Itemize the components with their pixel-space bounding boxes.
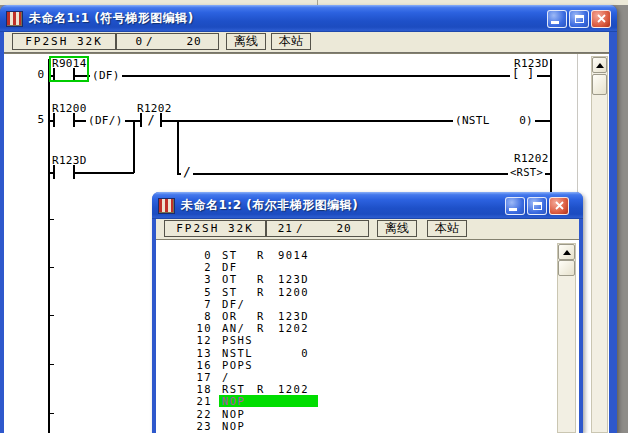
station-indicator: 本站 — [427, 220, 467, 237]
instruction-reg: R — [257, 383, 265, 395]
instruction-val: 1202 — [266, 322, 309, 334]
rung-tick — [48, 315, 54, 316]
instruction-row[interactable]: 10AN/R1202 — [156, 322, 536, 334]
scrollbar-up-button[interactable] — [558, 244, 575, 260]
instruction-op: DF — [222, 261, 237, 273]
instruction-row[interactable]: 0STR9014 — [156, 249, 536, 261]
instruction-reg: R — [257, 322, 265, 334]
close-icon — [597, 14, 606, 23]
nc-slash-icon: / — [147, 114, 154, 126]
instruction-addr: 21 — [164, 395, 212, 407]
cursor-selection-box — [49, 56, 89, 82]
instruction-addr: 3 — [164, 273, 212, 285]
maximize-button[interactable] — [569, 10, 589, 28]
instruction-op: PSHS — [222, 334, 253, 346]
window1-statusbar: FP2SH 32K 0 / 20 离线 本站 — [4, 32, 609, 53]
instruction-op: ST — [222, 249, 237, 261]
rst-coil[interactable]: <RST> — [508, 166, 545, 179]
instruction-row[interactable]: 8ORR123D — [156, 310, 536, 322]
instruction-addr: 10 — [164, 322, 212, 334]
instruction-row[interactable]: 7DF/ — [156, 298, 536, 310]
df-instruction[interactable]: (DF) — [90, 69, 122, 82]
instruction-reg: R — [257, 310, 265, 322]
window2-vscrollbar[interactable] — [557, 243, 576, 433]
instruction-addr: 7 — [164, 298, 212, 310]
instruction-op: NOP — [222, 420, 245, 432]
window1-titlebar[interactable]: 未命名1:1 (符号梯形图编辑) — [0, 5, 617, 32]
window1-vscrollbar[interactable] — [591, 56, 608, 433]
instruction-row[interactable]: 3OTR123D — [156, 273, 536, 285]
maximize-button[interactable] — [527, 197, 547, 215]
instruction-op: / — [222, 371, 230, 383]
rung-tick — [48, 413, 54, 414]
step-position: 0 — [117, 35, 143, 48]
right-bus-bar — [550, 59, 552, 193]
instruction-op: OR — [222, 310, 237, 322]
app-icon — [158, 198, 175, 214]
window2-titlebar[interactable]: 未命名1:2 (布尔非梯形图编辑) — [152, 192, 583, 219]
window2-title: 未命名1:2 (布尔非梯形图编辑) — [181, 197, 358, 214]
instruction-row[interactable]: 21NOP — [156, 395, 536, 407]
mode-indicator-offline: 离线 — [226, 33, 266, 50]
instruction-row[interactable]: 16POPS — [156, 359, 536, 371]
close-button[interactable] — [549, 197, 569, 215]
instruction-row[interactable]: 17/ — [156, 371, 536, 383]
instruction-val: 123D — [266, 310, 309, 322]
instruction-row[interactable]: 13NSTL0 — [156, 347, 536, 359]
instruction-op: POPS — [222, 359, 253, 371]
scrollbar-thumb[interactable] — [558, 260, 575, 276]
instruction-val: 123D — [266, 273, 309, 285]
scrollbar-thumb[interactable] — [592, 74, 607, 95]
minimize-button[interactable] — [547, 10, 567, 28]
not-marker[interactable]: / — [181, 165, 193, 178]
nstl-instruction[interactable]: (NSTL 0) — [453, 114, 535, 127]
instruction-op: NOP — [222, 408, 245, 420]
instruction-val: 9014 — [266, 249, 309, 261]
minimize-icon — [509, 208, 517, 211]
rst-device-label: R1202 — [514, 153, 549, 164]
instruction-row[interactable]: 12PSHS — [156, 334, 536, 346]
instruction-row[interactable]: 23NOP — [156, 420, 536, 432]
instruction-row[interactable]: 18RSTR1202 — [156, 383, 536, 395]
or-branch-wire — [133, 121, 135, 173]
instruction-addr: 23 — [164, 420, 212, 432]
window-boolean-list-editor: 未命名1:2 (布尔非梯形图编辑) FP2SH 32K 21 / 20 离线 本… — [152, 192, 583, 433]
app-icon — [6, 11, 23, 27]
arrow-up-icon — [596, 63, 604, 68]
instruction-row[interactable]: 5STR1200 — [156, 286, 536, 298]
instruction-addr: 2 — [164, 261, 212, 273]
nstl-opcode: (NSTL — [455, 114, 490, 127]
minimize-button[interactable] — [505, 197, 525, 215]
instruction-op: NOP — [222, 395, 245, 407]
arrow-up-icon — [563, 250, 571, 255]
close-button[interactable] — [591, 10, 611, 28]
rst-branch-wire — [177, 121, 179, 174]
rung0-number: 0 — [22, 68, 44, 81]
instruction-addr: 13 — [164, 347, 212, 359]
station-indicator: 本站 — [271, 33, 311, 50]
step-total: 20 — [304, 222, 352, 235]
coil-r123d[interactable]: [ ] — [510, 68, 537, 81]
step-separator: / — [296, 222, 304, 235]
contact-r1202-nc[interactable]: / — [140, 113, 162, 127]
df-not-instruction[interactable]: (DF/) — [86, 114, 125, 127]
step-separator: / — [146, 35, 154, 48]
contact-r123d[interactable] — [53, 165, 75, 179]
scrollbar-up-button[interactable] — [592, 57, 607, 73]
maximize-icon — [533, 202, 542, 210]
rung-tick — [48, 219, 54, 220]
instruction-list: 0STR90142DF3OTR123D5STR12007DF/8ORR123D1… — [156, 240, 557, 433]
window1-title: 未命名1:1 (符号梯形图编辑) — [29, 10, 194, 27]
mdi-workspace: 未命名1:1 (符号梯形图编辑) FP2SH 32K 0 / 20 离线 本站 — [0, 0, 628, 433]
instruction-row[interactable]: 2DF — [156, 261, 536, 273]
close-icon — [555, 201, 564, 210]
contact-r1200[interactable] — [53, 113, 75, 127]
nstl-operand: 0) — [519, 114, 533, 127]
window2-statusbar: FP2SH 32K 21 / 20 离线 本站 — [156, 219, 579, 240]
rung-tick — [48, 364, 54, 365]
instruction-row[interactable]: 22NOP — [156, 408, 536, 420]
instruction-list-area[interactable]: 0STR90142DF3OTR123D5STR12007DF/8ORR123D1… — [156, 239, 579, 433]
instruction-val: 0 — [266, 347, 309, 359]
instruction-op: DF/ — [222, 298, 245, 310]
instruction-op: NSTL — [222, 347, 253, 359]
